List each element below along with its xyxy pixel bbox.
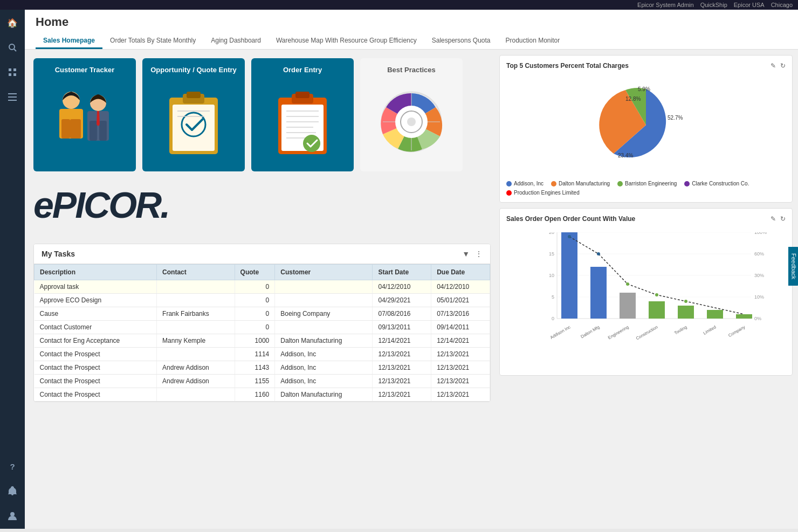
tab-salespersons-quota[interactable]: Salespersons Quota	[424, 33, 498, 49]
svg-point-69	[626, 282, 629, 286]
sidebar-user[interactable]	[5, 508, 20, 523]
svg-point-71	[684, 300, 687, 303]
bar-chart-svg: 0 5 10 15 20	[528, 232, 769, 340]
tab-order-totals[interactable]: Order Totals By State Monthly	[102, 33, 203, 49]
svg-text:ePICOR.: ePICOR.	[33, 185, 169, 223]
bar-chart-edit-icon[interactable]: ✎	[771, 215, 776, 223]
legend-label-production: Production Engines Limited	[514, 190, 580, 196]
table-row[interactable]: Contact the Prospect1160Dalton Manufactu…	[35, 388, 490, 402]
sidebar-menu[interactable]	[5, 89, 20, 105]
left-panel: Customer Tracker	[25, 50, 499, 529]
svg-rect-12	[61, 119, 70, 139]
table-row[interactable]: Contact the ProspectAndrew Addison1143Ad…	[35, 361, 490, 375]
tile-order-entry-title: Order Entry	[283, 66, 322, 74]
bar-chart-refresh-icon[interactable]: ↻	[780, 215, 786, 223]
svg-text:Company: Company	[727, 324, 746, 338]
tab-production-monitor[interactable]: Production Monitor	[498, 33, 567, 49]
tile-opportunity-image	[150, 79, 237, 164]
tile-best-practices-image	[368, 79, 455, 164]
pie-chart-actions: ✎ ↻	[771, 62, 786, 70]
svg-text:20: 20	[549, 232, 554, 235]
svg-text:Tooling: Tooling	[673, 324, 687, 335]
svg-point-9	[10, 512, 15, 516]
svg-text:Engineering: Engineering	[607, 324, 629, 340]
topbar-chicago[interactable]: Chicago	[771, 2, 793, 8]
pie-chart-legend: Addison, Inc Dalton Manufacturing Barris…	[506, 181, 786, 196]
table-row[interactable]: Contact for Eng AcceptanceManny Kemple10…	[35, 334, 490, 348]
feedback-tab[interactable]: Feedback	[788, 246, 798, 285]
svg-point-70	[655, 293, 658, 296]
sidebar-apps[interactable]	[5, 65, 20, 80]
sidebar: 🏠 ?	[0, 10, 25, 529]
bar-chart-container: 0 5 10 15 20	[506, 227, 786, 369]
epicor-logo: ePICOR.	[33, 185, 491, 230]
legend-dot-addison	[506, 181, 512, 186]
tasks-more-icon[interactable]: ⋮	[475, 250, 483, 258]
pie-chart-refresh-icon[interactable]: ↻	[780, 62, 786, 70]
svg-rect-17	[99, 121, 107, 141]
tile-order-entry-image	[259, 79, 346, 164]
tab-aging-dashboard[interactable]: Aging Dashboard	[203, 33, 269, 49]
svg-point-67	[568, 235, 571, 238]
tile-best-practices[interactable]: Best Practices	[360, 58, 463, 171]
tasks-filter-icon[interactable]: ▼	[462, 250, 470, 258]
col-start-date: Start Date	[373, 265, 431, 280]
svg-text:10%: 10%	[754, 294, 764, 300]
svg-rect-65	[707, 310, 723, 319]
svg-text:Limited: Limited	[703, 324, 717, 336]
svg-rect-16	[90, 121, 97, 141]
sidebar-search[interactable]	[5, 40, 20, 55]
svg-text:60%: 60%	[754, 251, 764, 257]
tile-order-entry[interactable]: Order Entry	[251, 58, 354, 171]
sidebar-bell[interactable]	[5, 483, 20, 499]
bar-chart-actions: ✎ ↻	[771, 215, 786, 223]
sidebar-help[interactable]: ?	[5, 459, 20, 474]
main-content: Home Sales Homepage Order Totals By Stat…	[25, 10, 798, 529]
svg-text:Dalton Mfg: Dalton Mfg	[580, 324, 600, 339]
legend-dot-clarke	[684, 181, 690, 186]
svg-text:0%: 0%	[754, 316, 761, 321]
bar-chart-title: Sales Order Open Order Count With Value	[506, 215, 635, 223]
svg-text:5: 5	[552, 294, 554, 300]
topbar-quickship[interactable]: QuickShip	[700, 2, 727, 8]
tile-opportunity-quote[interactable]: Opportunity / Quote Entry	[142, 58, 245, 171]
page-header: Home Sales Homepage Order Totals By Stat…	[25, 10, 798, 50]
pie-chart-card: Top 5 Customers Percent Total Charges ✎ …	[499, 55, 793, 203]
table-row[interactable]: Approval task004/12/201004/12/2010	[35, 280, 490, 294]
tab-warehouse-map[interactable]: Warehouse Map With Resource Group Effici…	[269, 33, 424, 49]
col-contact: Contact	[157, 265, 235, 280]
bar-chart-card: Sales Order Open Order Count With Value …	[499, 208, 793, 376]
svg-text:52.7%: 52.7%	[668, 115, 683, 121]
legend-clarke: Clarke Construction Co.	[684, 181, 749, 186]
svg-line-1	[14, 49, 16, 51]
tab-sales-homepage[interactable]: Sales Homepage	[36, 33, 102, 49]
my-tasks-panel: My Tasks ▼ ⋮ Description Contact	[33, 244, 491, 402]
legend-label-clarke: Clarke Construction Co.	[692, 181, 749, 186]
svg-text:15: 15	[549, 251, 554, 257]
table-row[interactable]: Contact the Prospect1114Addison, Inc12/1…	[35, 348, 490, 361]
svg-rect-63	[649, 301, 665, 319]
svg-text:30%: 30%	[754, 273, 764, 278]
tasks-table-header-row: Description Contact Quote Customer Start…	[35, 265, 490, 280]
topbar-epicor-usa[interactable]: Epicor USA	[734, 2, 765, 8]
topbar-system-admin[interactable]: Epicor System Admin	[637, 2, 694, 8]
tile-customer-tracker-title: Customer Tracker	[55, 66, 115, 74]
svg-rect-20	[187, 92, 201, 98]
legend-label-barriston: Barriston Engineering	[625, 181, 677, 186]
svg-rect-3	[13, 68, 16, 71]
tile-customer-tracker[interactable]: Customer Tracker	[33, 58, 136, 171]
sidebar-home[interactable]: 🏠	[5, 15, 20, 30]
svg-text:12.8%: 12.8%	[625, 96, 641, 102]
pie-chart-edit-icon[interactable]: ✎	[771, 62, 776, 70]
svg-point-0	[9, 44, 15, 50]
table-row[interactable]: Contact the ProspectAndrew Addison1155Ad…	[35, 375, 490, 388]
legend-dot-production	[506, 190, 512, 196]
table-row[interactable]: CauseFrank Fairbanks0Boeing Company07/08…	[35, 307, 490, 321]
svg-text:100%: 100%	[754, 232, 767, 235]
tile-opportunity-title: Opportunity / Quote Entry	[150, 66, 237, 74]
pie-chart-title: Top 5 Customers Percent Total Charges	[506, 62, 629, 70]
table-row[interactable]: Contact Customer009/13/201109/14/2011	[35, 321, 490, 334]
svg-point-68	[597, 252, 600, 255]
pie-chart-svg: 52.7% 23.4% 12.8% 5.9%	[592, 79, 700, 171]
table-row[interactable]: Approve ECO Design004/29/202105/01/2021	[35, 294, 490, 307]
